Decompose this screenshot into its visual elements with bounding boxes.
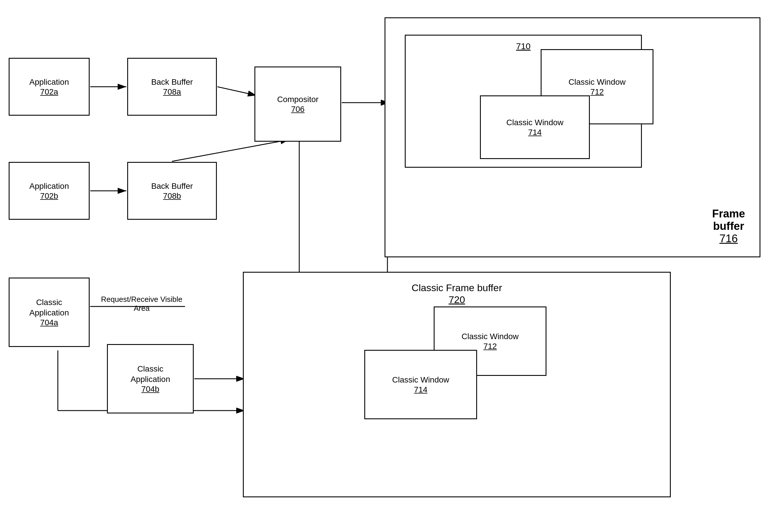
app-702b-id: 702b (40, 191, 58, 201)
classic-app-704a-id: 704a (40, 318, 58, 327)
back-buffer-708a-label: Back Buffer (151, 77, 193, 87)
back-buffer-708a-id: 708a (163, 87, 181, 97)
app-702b-label: Application (29, 181, 69, 191)
request-receive-label: Request/Receive Visible Area (98, 295, 185, 313)
back-buffer-708b-label: Back Buffer (151, 181, 193, 191)
frame-buffer-716-id: 716 (719, 232, 738, 245)
classic-app-704b-label: ClassicApplication (131, 364, 170, 385)
classic-window-714-top-id: 714 (528, 128, 542, 137)
classic-frame-buffer-720-id: 720 (449, 294, 465, 305)
compositor-706-label: Compositor (277, 94, 318, 105)
classic-window-714-bottom-id: 714 (414, 385, 428, 394)
classic-app-704a-label: ClassicApplication (29, 297, 69, 318)
application-702b: Application 702b (9, 162, 90, 220)
classic-frame-buffer-720-label: Classic Frame buffer (411, 281, 502, 294)
window-710-id: 710 (516, 41, 531, 51)
compositor-706-id: 706 (291, 105, 305, 114)
classic-window-714-top: Classic Window 714 (480, 95, 590, 159)
classic-application-704b: ClassicApplication 704b (107, 344, 194, 413)
classic-window-714-top-label: Classic Window (506, 117, 564, 128)
diagram: Application 702a Application 702b Classi… (0, 0, 774, 532)
classic-application-704a: ClassicApplication 704a (9, 278, 90, 347)
classic-window-712-top-label: Classic Window (568, 77, 626, 87)
svg-line-5 (172, 140, 289, 161)
classic-window-714-bottom-label: Classic Window (392, 375, 449, 385)
app-702a-id: 702a (40, 87, 58, 97)
app-702a-label: Application (29, 77, 69, 87)
classic-window-712-bottom-id: 712 (483, 342, 497, 351)
classic-window-712-top-id: 712 (590, 87, 604, 97)
frame-buffer-716-label: Framebuffer (712, 208, 745, 232)
back-buffer-708b: Back Buffer 708b (127, 162, 217, 220)
back-buffer-708a: Back Buffer 708a (127, 58, 217, 116)
application-702a: Application 702a (9, 58, 90, 116)
back-buffer-708b-id: 708b (163, 191, 181, 201)
compositor-706: Compositor 706 (254, 67, 341, 142)
classic-app-704b-id: 704b (141, 385, 159, 394)
classic-window-712-bottom-label: Classic Window (461, 331, 519, 342)
classic-window-714-bottom: Classic Window 714 (364, 350, 477, 419)
svg-line-3 (217, 87, 256, 95)
